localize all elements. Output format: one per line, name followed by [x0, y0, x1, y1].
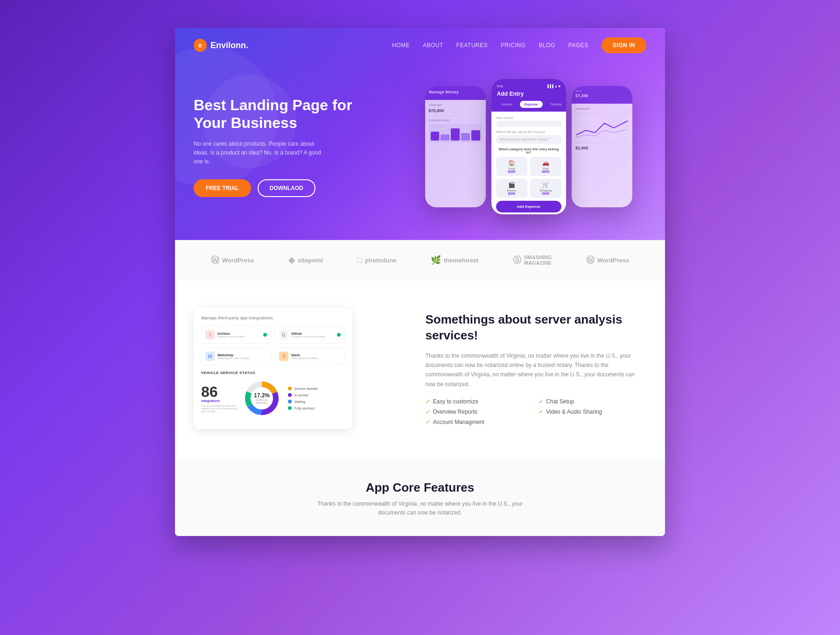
phone-left-header: Manage Money: [425, 86, 486, 100]
brand-wordpress-1: Ⓦ WordPress: [211, 254, 254, 266]
integration-mailchimp: M Mailchimp Subscription subs settings: [201, 347, 271, 365]
legend-service-needed: Service Needed: [288, 387, 318, 390]
hero-phones: Manage Money January $75,800 Expenditure…: [411, 72, 646, 221]
status-dot-invision: [263, 333, 267, 337]
phone-right-body: Summary $2,900: [572, 104, 632, 157]
brand-wordpress-2-label: WordPress: [597, 257, 629, 264]
amount-input[interactable]: [496, 121, 561, 127]
brand-sitepoint-label: sitepoint: [298, 257, 323, 264]
brand-themeforest-label: themeforest: [444, 257, 478, 264]
phone-status-bar: 9:41 ▐▐▐ ▲ ■: [497, 85, 560, 88]
download-button[interactable]: DOWNLAOD: [258, 179, 315, 197]
category-movies[interactable]: 🎬 Movies $200: [496, 179, 527, 198]
integration-mailchimp-info: Mailchimp Subscription subs settings: [217, 353, 250, 360]
integration-github-info: Github Connect code and services: [291, 332, 325, 338]
github-icon: G: [279, 330, 288, 339]
integration-slack: S Slack Messaging and alerts: [275, 347, 345, 365]
integration-invision: I InVision Rounds and portfolios: [201, 326, 271, 344]
sitepoint-icon: ◆: [288, 255, 295, 265]
phone-container: Manage Money January $75,800 Expenditure…: [411, 72, 646, 221]
features-list: ✓ Easy to customize ✓ Chat Setup ✓ Overv…: [426, 398, 643, 425]
donut-center: 17.2% SERVICENEEDED: [254, 392, 270, 404]
logo-icon: e: [194, 39, 207, 52]
check-icon-1: ✓: [426, 398, 430, 405]
dot-in-service: [288, 393, 292, 397]
status-dot-github: [337, 333, 341, 337]
brand-sitepoint: ◆ sitepoint: [288, 255, 323, 265]
nav-features[interactable]: FEATURES: [456, 42, 488, 49]
hero-description: No one cares about products. People care…: [194, 140, 324, 167]
integration-github: G Github Connect code and services: [275, 326, 345, 344]
invision-icon: I: [205, 330, 215, 339]
brand-themeforest: 🌿 themeforest: [431, 255, 478, 265]
integration-slack-info: Slack Messaging and alerts: [291, 353, 318, 360]
feature-video-audio: ✓ Video & Audio Sharing: [539, 409, 643, 415]
photodune-icon: □: [357, 255, 362, 265]
brands-section: Ⓦ WordPress ◆ sitepoint □ photodune 🌿 th…: [175, 240, 665, 280]
wordpress-icon-2: Ⓦ: [586, 254, 595, 266]
brand-photodune-label: photodune: [365, 257, 396, 264]
nav-pricing[interactable]: PRICING: [501, 42, 526, 49]
app-features-title: App Core Features: [194, 480, 646, 495]
hero-buttons: FREE TRIAL DOWNLAOD: [194, 179, 398, 197]
page-wrapper: e Envilonn. HOME ABOUT FEATURES PRICING …: [175, 28, 665, 536]
feature-chat-setup: ✓ Chat Setup: [539, 398, 643, 405]
logo: e Envilonn.: [194, 39, 248, 52]
bar-chart: [429, 124, 482, 142]
category-label: Which category does this entry belong to…: [496, 148, 561, 154]
line-chart: [575, 116, 629, 140]
themeforest-icon: 🌿: [431, 255, 441, 265]
phone-tabs: Income Expense Transfer: [497, 101, 560, 108]
app-features-desc: Thanks to the commonwealth of Virginia, …: [303, 500, 537, 517]
where-input[interactable]: Where did you spend this money?: [496, 135, 561, 144]
add-expense-button[interactable]: Add Expense: [496, 201, 561, 212]
feature-easy-customize: ✓ Easy to customize: [426, 398, 530, 405]
category-fuel[interactable]: 🚗 Fuel $935: [530, 157, 561, 176]
features-section: Manage third-party app integrations. I I…: [175, 280, 665, 457]
dot-service-needed: [288, 387, 292, 390]
phone-center-header: 9:41 ▐▐▐ ▲ ■ Add Entry Income Expense Tr…: [491, 79, 566, 112]
metric-and-chart: 86 integrations Are you wondering why yo…: [201, 380, 280, 417]
integration-items: I InVision Rounds and portfolios G Githu…: [201, 326, 345, 365]
nav-about[interactable]: ABOUT: [423, 42, 443, 49]
check-icon-5: ✓: [426, 419, 430, 425]
brand-smashing-label: SMASHINGMAGAZINE: [524, 254, 552, 266]
hero-content: Best Landing Page for Your Business No o…: [175, 63, 665, 240]
phone-categories: 🏠 Food $200 🚗 Fuel $935: [496, 157, 561, 198]
mailchimp-icon: M: [205, 352, 215, 361]
divider2: [575, 142, 629, 143]
chart-legend: Service Needed In service Waiting: [288, 387, 318, 410]
slack-icon: S: [279, 352, 288, 361]
phone-right: 2019 $7,356 Summary: [572, 86, 632, 207]
nav-home[interactable]: HOME: [392, 42, 410, 49]
check-icon-2: ✓: [539, 398, 543, 405]
status-section: VEHICLE SERVICE STATUS 86 integrations A…: [201, 371, 345, 417]
divider: [429, 116, 482, 116]
category-food[interactable]: 🏠 Food $200: [496, 157, 527, 176]
legend-in-service: In service: [288, 393, 318, 397]
tab-transfer[interactable]: Transfer: [546, 101, 566, 108]
dot-waiting: [288, 400, 292, 403]
legend-fully-serviced: Fully serviced: [288, 406, 318, 410]
features-section-title: Somethings about server analysis service…: [426, 312, 643, 344]
nav-blog[interactable]: BLOG: [539, 42, 555, 49]
dashboard-card: Manage third-party app integrations. I I…: [194, 308, 352, 429]
tab-expense[interactable]: Expense: [520, 101, 543, 108]
brand-smashing: Ⓢ SMASHINGMAGAZINE: [513, 254, 552, 266]
sign-in-button[interactable]: SIGN IN: [602, 37, 646, 53]
free-trial-button[interactable]: FREE TRIAL: [194, 179, 251, 197]
category-shopping[interactable]: 🛒 Shopping $935: [530, 179, 561, 198]
nav-pages[interactable]: PAGES: [568, 42, 588, 49]
legend-waiting: Waiting: [288, 400, 318, 403]
tab-income[interactable]: Income: [497, 101, 517, 108]
brand-photodune: □ photodune: [357, 255, 396, 265]
phone-left-body: January $75,800 Expenditures: [425, 100, 486, 149]
chart-container: 86 integrations Are you wondering why yo…: [201, 380, 345, 417]
phone-right-header: 2019 $7,356: [572, 86, 632, 104]
phone-body: How much? Where did you spend this money…: [491, 112, 566, 214]
donut-chart: 17.2% SERVICENEEDED: [243, 380, 280, 417]
hero-section: e Envilonn. HOME ABOUT FEATURES PRICING …: [175, 28, 665, 240]
phone-center: 9:41 ▐▐▐ ▲ ■ Add Entry Income Expense Tr…: [491, 79, 566, 214]
phone-header-title: Add Entry: [497, 91, 560, 97]
brand-name: Envilonn.: [210, 41, 248, 50]
